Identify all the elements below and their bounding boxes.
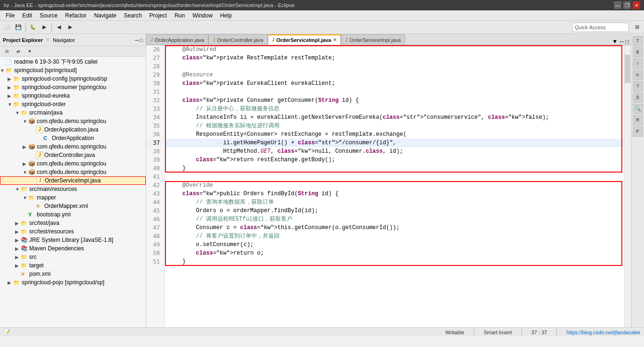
tree-icon-OrderController: J [36, 151, 43, 159]
sidebar-item-com-qfedu-demo-1[interactable]: ▼📦com.qfedu.demo.springclou [0, 117, 146, 125]
menu-source[interactable]: Source [36, 11, 61, 20]
statusbar-insert-mode: Smart Insert [484, 330, 512, 335]
line-num-28: 28 [146, 62, 162, 71]
toolbar-forward[interactable]: ▶ [65, 22, 75, 33]
tree-label-maven-deps: Maven Dependencies [29, 245, 84, 252]
menu-help[interactable]: Help [216, 11, 236, 20]
sidebar-item-src-test-resources[interactable]: ▶📁src/test/resources [0, 227, 146, 236]
sidebar-tab-project-explorer[interactable]: Project Explorer [3, 37, 43, 43]
menu-window[interactable]: Window [189, 11, 216, 20]
tab-minimize-icon[interactable]: ─ [619, 38, 624, 45]
tab-icon-1: J [150, 37, 153, 42]
right-icon-8[interactable]: M [633, 115, 643, 125]
right-icon-7[interactable]: 🔍 [633, 104, 643, 114]
sidebar-item-src-main-java[interactable]: ▼📁src/main/java [0, 108, 146, 117]
toolbar-menu-extra[interactable]: ⊞ [632, 22, 642, 33]
sidebar-maximize-icon[interactable]: □ [140, 37, 143, 43]
tab-list-icon[interactable]: ▼ [612, 38, 618, 45]
sidebar-item-src-test-java[interactable]: ▶📁src/test/java [0, 219, 146, 227]
sidebar-item-OrderController[interactable]: JOrderController.java [0, 151, 146, 159]
tab-order-controller[interactable]: J OrderController.java [208, 34, 267, 45]
tree-label-mapper: mapper [37, 194, 56, 201]
maximize-button[interactable]: ❐ [623, 1, 631, 9]
menu-navigate[interactable]: Navigate [90, 11, 120, 20]
menu-edit[interactable]: Edit [18, 11, 36, 20]
tree-icon-src-test-java: 📁 [21, 220, 28, 226]
right-icon-2[interactable]: B [633, 47, 643, 58]
toolbar-back[interactable]: ◀ [54, 22, 64, 33]
sidebar-item-bootstrap[interactable]: Ybootstrap.yml [0, 210, 146, 219]
minimize-button[interactable]: — [614, 1, 621, 9]
sidebar-link-editor[interactable]: ⇄ [13, 46, 24, 57]
sidebar-item-springcloud-config[interactable]: ▶📁springcloud-config [springcloud/sp [0, 74, 146, 83]
sidebar-item-OrderServiceImpl[interactable]: JOrderServiceImpl.java [0, 176, 146, 185]
code-line-47: Consumer c = class="kw">this.getConsumer… [165, 223, 624, 232]
code-content[interactable]: @Autowired class="kw">private RestTempla… [165, 45, 624, 327]
quick-access-input[interactable]: Quick Access [572, 23, 629, 32]
tab-maximize-icon[interactable]: □ [626, 38, 629, 45]
sidebar-item-OrderMapper[interactable]: ✕OrderMapper.xml [0, 202, 146, 210]
sidebar-item-com-qfedu-demo-4[interactable]: ▼📦com.qfedu.demo.springclou [0, 168, 146, 176]
toolbar-save[interactable]: 💾 [13, 22, 24, 33]
sidebar-item-OrderApplication[interactable]: JOrderApplication.java [0, 125, 146, 134]
right-icon-3[interactable]: ! [633, 58, 643, 69]
sidebar-controls: ─ □ [135, 37, 143, 43]
tab-order-service-impl-active[interactable]: J OrderServiceImpl.java ✕ [268, 34, 341, 45]
menu-run[interactable]: Run [171, 11, 189, 20]
line-num-32: 32 [146, 96, 162, 105]
sidebar-item-mapper[interactable]: ▼📁mapper [0, 193, 146, 202]
toolbar-run[interactable]: ▶ [39, 22, 50, 33]
sidebar-minimize-icon[interactable]: ─ [135, 37, 139, 43]
sidebar-item-jre-system[interactable]: ▶📚JRE System Library [JavaSE-1.8] [0, 236, 146, 244]
menu-file[interactable]: File [2, 11, 18, 20]
sidebar-menu[interactable]: ▼ [25, 46, 35, 57]
close-button[interactable]: ✕ [633, 1, 640, 9]
tab-icon-3: J [272, 37, 275, 42]
editor-scrollbar[interactable] [624, 45, 631, 327]
tab-label-1: OrderApplication.java [155, 37, 204, 43]
sidebar-item-springcloud-eureka[interactable]: ▶📁springcloud-eureka [0, 91, 146, 100]
right-icon-4[interactable]: ≡ [633, 70, 643, 80]
tree-arrow-mapper: ▼ [23, 195, 28, 200]
sidebar-item-OrderApplicationClass[interactable]: COrderApplication [0, 134, 146, 142]
tree-label-OrderController: OrderController.java [44, 152, 95, 158]
tree-label-springcloud-consumer: springcloud-consumer [springclou [22, 84, 106, 91]
right-icon-1[interactable]: T [633, 36, 643, 46]
right-icon-6[interactable]: D [633, 92, 643, 103]
sidebar-item-readme[interactable]: 📄readme 6 19-3-30 下午9:05 cailei [0, 58, 146, 66]
sidebar-item-com-qfedu-demo-3[interactable]: ▶📦com.qfedu.demo.springclou [0, 159, 146, 168]
line-num-34: 34 [146, 113, 162, 122]
tab-close-3[interactable]: ✕ [333, 37, 337, 42]
tree-label-pom: pom.xml [29, 271, 50, 277]
sidebar-item-springcloud-pojo[interactable]: ▶📁springcloud-pojo [springcloud/sp] [0, 278, 146, 287]
sidebar-item-springcloud[interactable]: ▼📁springcloud [springcloud] [0, 66, 146, 74]
toolbar-new[interactable]: ⬜ [2, 22, 12, 33]
sidebar-item-springcloud-order[interactable]: ▼📁springcloud-order [0, 100, 146, 108]
tab-order-service-impl-2[interactable]: J OrderServiceImpl.java [341, 34, 405, 45]
tree-icon-com-qfedu-demo-3: 📦 [28, 160, 36, 167]
menu-search[interactable]: Search [120, 11, 146, 20]
sidebar-item-pom[interactable]: ✕pom.xml [0, 270, 146, 278]
tree-arrow-src-test-java: ▶ [15, 221, 21, 226]
tree-icon-OrderMapper: ✕ [36, 203, 43, 209]
line-num-42: 42 [146, 181, 162, 190]
sidebar-item-target[interactable]: ▶📁target [0, 261, 146, 270]
sidebar-item-maven-deps[interactable]: ▶📚Maven Dependencies [0, 244, 146, 253]
sidebar-collapse-all[interactable]: ⊟ [2, 46, 12, 57]
sidebar-item-springcloud-consumer[interactable]: ▶📁springcloud-consumer [springclou [0, 83, 146, 91]
sidebar-item-src-main-resources[interactable]: ▼📁src/main/resources [0, 185, 146, 193]
sidebar-item-src[interactable]: ▶📁src [0, 253, 146, 261]
tree-icon-springcloud-config: 📁 [13, 76, 21, 82]
tab-icon-4: J [345, 37, 347, 42]
menu-project[interactable]: Project [146, 11, 171, 20]
tree-arrow-src: ▶ [15, 255, 21, 260]
right-icon-9[interactable]: P [633, 126, 643, 137]
sidebar-item-com-qfedu-demo-2[interactable]: ▶📦com.qfedu.demo.springclou [0, 142, 146, 151]
tab-order-application[interactable]: J OrderApplication.java [146, 34, 208, 45]
toolbar-debug[interactable]: 🐛 [28, 22, 38, 33]
tree-label-bootstrap: bootstrap.yml [37, 211, 71, 218]
line-numbers: 2627282930313233343536373839404142434445… [146, 45, 165, 327]
right-icon-5[interactable]: ? [633, 81, 643, 91]
sidebar-tab-navigator[interactable]: Navigator [53, 37, 75, 43]
menu-refactor[interactable]: Refactor [61, 11, 90, 20]
